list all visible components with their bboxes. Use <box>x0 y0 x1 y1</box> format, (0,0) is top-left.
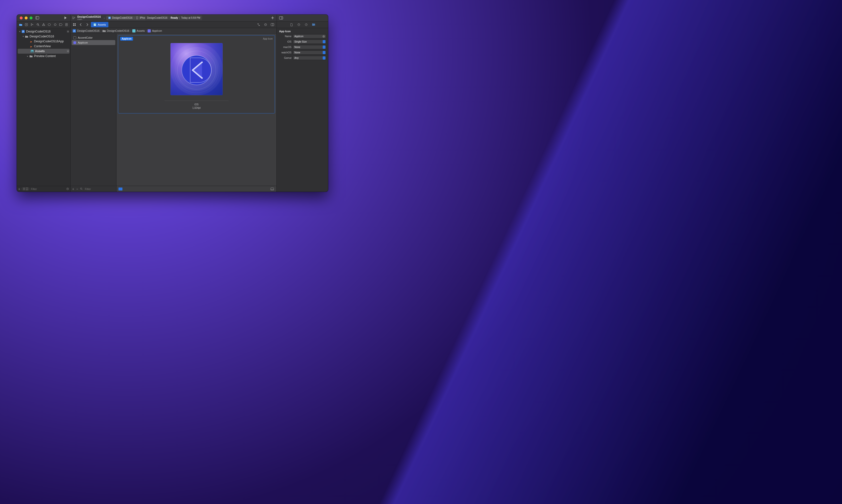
appicon-set-icon <box>73 41 76 44</box>
toggle-debug-area-button[interactable] <box>270 187 274 191</box>
remove-asset-button[interactable]: − <box>76 187 78 191</box>
related-items-button[interactable] <box>72 22 77 27</box>
color-set-icon <box>73 36 76 39</box>
svg-rect-50 <box>271 188 274 190</box>
tree-swift-file[interactable]: DesignCodeiOS16App <box>17 39 70 44</box>
symbol-navigator-tab[interactable] <box>29 22 35 27</box>
source-control-icon[interactable] <box>72 16 75 19</box>
issue-navigator-tab[interactable] <box>41 22 46 27</box>
scheme-project-block[interactable]: DesignCodeiOS16 main <box>77 16 102 20</box>
tree-swift-file[interactable]: ContentView <box>17 44 70 49</box>
folder-icon <box>24 34 29 38</box>
report-navigator-tab[interactable] <box>64 22 69 27</box>
asset-appicon[interactable]: AppIcon <box>72 40 115 45</box>
tree-group[interactable]: ▾ DesignCodeiOS16 <box>17 34 70 39</box>
asset-accentcolor[interactable]: AccentColor <box>72 35 115 40</box>
go-back-button[interactable] <box>78 22 84 27</box>
attributes-inspector-tab[interactable] <box>312 23 315 26</box>
activity-status[interactable]: DesignCodeiOS16: Ready | Today at 5:59 P… <box>145 16 202 20</box>
navigator-footer: + <box>17 186 70 192</box>
add-asset-button[interactable]: + <box>72 187 74 191</box>
swift-file-icon <box>29 39 33 43</box>
set-kind-label: App Icon <box>263 37 273 40</box>
run-button[interactable] <box>63 16 68 20</box>
chevron-right-icon: › <box>134 17 135 19</box>
project-name: DesignCodeiOS16 <box>78 16 101 18</box>
svg-point-17 <box>54 24 56 25</box>
titlebar: DesignCodeiOS16 main › A DesignCodeiOS16… <box>17 15 328 21</box>
project-navigator: ▾ DesignCodeiOS16 M ▾ DesignCodeiOS16 De… <box>17 28 71 192</box>
disclosure-triangle-icon[interactable]: ▸ <box>26 55 29 57</box>
tree-project-root[interactable]: ▾ DesignCodeiOS16 M <box>17 29 70 34</box>
ios-select[interactable]: Single Size <box>293 40 326 44</box>
jumpbar-crumb[interactable]: AppIcon <box>148 29 162 33</box>
gamut-select[interactable]: Any <box>293 56 326 60</box>
help-inspector-tab[interactable]: ? <box>304 23 308 26</box>
minimize-window-button[interactable] <box>24 17 28 19</box>
tree-folder[interactable]: ▸ Preview Content <box>17 54 70 58</box>
file-inspector-tab[interactable] <box>290 23 293 26</box>
project-tree[interactable]: ▾ DesignCodeiOS16 M ▾ DesignCodeiOS16 De… <box>17 28 70 186</box>
debug-navigator-tab[interactable] <box>52 22 58 27</box>
clock-icon[interactable] <box>66 187 69 190</box>
field-label: Gamut <box>279 57 291 59</box>
add-editor-right-button[interactable] <box>270 22 275 27</box>
inspector-panel: App Icon Name AppIcon iOS Single Size <box>277 28 328 192</box>
add-editor-button[interactable] <box>270 16 275 19</box>
slot-caption: iOS 1,024pt <box>192 103 201 110</box>
window-controls <box>20 17 33 19</box>
library-button[interactable] <box>279 16 283 20</box>
svg-point-32 <box>314 24 314 25</box>
asset-canvas: AppIcon App Icon <box>117 34 276 192</box>
jumpbar-crumb[interactable]: Assets <box>132 29 145 33</box>
tree-node-label: DesignCodeiOS16 <box>30 35 54 38</box>
tag-chip[interactable] <box>119 187 122 191</box>
svg-rect-21 <box>73 25 74 26</box>
go-forward-button[interactable] <box>85 22 90 27</box>
toggle-navigator-button[interactable] <box>34 16 40 20</box>
editor-tab-assets[interactable]: Assets <box>91 22 108 27</box>
add-file-button[interactable]: + <box>18 187 20 191</box>
test-navigator-tab[interactable] <box>47 22 52 27</box>
recent-filter-button[interactable] <box>22 187 29 190</box>
chevron-right-icon: › <box>130 29 131 32</box>
history-inspector-tab[interactable] <box>297 23 301 26</box>
disclosure-triangle-icon[interactable]: ▾ <box>18 30 21 33</box>
appicon-set-card[interactable]: AppIcon App Icon <box>118 35 275 113</box>
svg-rect-20 <box>75 23 75 24</box>
app-target-icon: A <box>108 17 111 19</box>
chevron-right-icon: › <box>146 29 147 32</box>
xcode-project-icon <box>73 29 76 33</box>
field-label: Name <box>279 35 291 38</box>
review-changes-button[interactable] <box>256 22 261 27</box>
svg-rect-8 <box>279 17 283 19</box>
name-field[interactable]: AppIcon <box>293 34 326 38</box>
breakpoint-navigator-tab[interactable] <box>58 22 64 27</box>
scm-status-badge: M <box>67 30 69 33</box>
jumpbar-crumb[interactable]: DesignCodeiOS16 <box>102 29 129 33</box>
editor-area: DesignCodeiOS16 › DesignCodeiOS16 › Asse… <box>71 28 277 192</box>
xcode-window: DesignCodeiOS16 main › A DesignCodeiOS16… <box>17 15 328 192</box>
zoom-window-button[interactable] <box>30 17 33 19</box>
project-navigator-tab[interactable] <box>18 22 23 27</box>
asset-filter-input[interactable] <box>85 187 119 191</box>
jump-bar[interactable]: DesignCodeiOS16 › DesignCodeiOS16 › Asse… <box>71 28 276 34</box>
inspector-row-name: Name AppIcon <box>279 34 326 38</box>
watchos-select[interactable]: None <box>293 51 326 55</box>
navigator-filter-input[interactable] <box>31 187 65 191</box>
macos-select[interactable]: None <box>293 45 326 49</box>
clear-icon[interactable] <box>323 35 325 38</box>
inspector-section-title: App Icon <box>277 28 328 34</box>
svg-point-3 <box>73 18 73 19</box>
jumpbar-crumb[interactable]: DesignCodeiOS16 <box>73 29 100 33</box>
field-label: macOS <box>279 46 291 49</box>
close-window-button[interactable] <box>20 17 23 19</box>
tree-assets-file[interactable]: Assets M <box>18 49 69 54</box>
source-control-navigator-tab[interactable] <box>23 22 29 27</box>
find-navigator-tab[interactable] <box>35 22 41 27</box>
tree-node-label: ContentView <box>34 44 51 48</box>
appicon-image-well[interactable] <box>170 43 223 95</box>
adjust-editor-options-button[interactable] <box>263 22 268 27</box>
field-label: iOS <box>279 40 291 43</box>
disclosure-triangle-icon[interactable]: ▾ <box>22 35 24 38</box>
